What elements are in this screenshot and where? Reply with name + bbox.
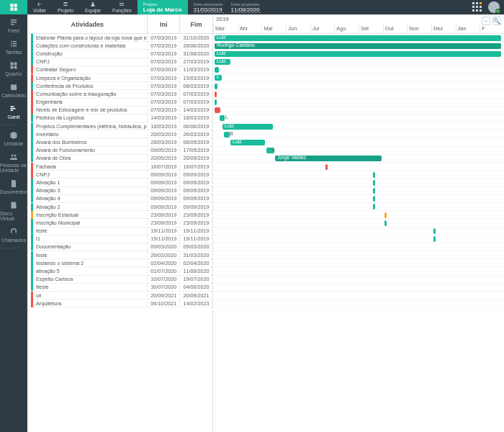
avatar[interactable] xyxy=(488,1,500,13)
gantt-bar[interactable] xyxy=(433,228,436,234)
table-row[interactable]: Inventário20/03/201926/03/2019 xyxy=(27,130,212,138)
gantt-bar[interactable] xyxy=(373,180,375,186)
gantt-bar[interactable]: B xyxy=(224,132,230,138)
activity-name: Inscrição Municipal xyxy=(36,220,80,226)
table-row[interactable]: testando o sistema 202/04/202002/04/2020 xyxy=(27,259,212,267)
gantt-bar[interactable] xyxy=(384,212,387,218)
gantt-bar[interactable]: L xyxy=(215,75,222,81)
sidebar-item-gantt[interactable]: Gantt xyxy=(0,101,27,122)
apps-menu-icon[interactable] xyxy=(472,2,482,12)
gantt-month: Jun xyxy=(286,24,310,33)
table-row[interactable]: teste26/03/202031/03/2020 xyxy=(27,251,212,259)
gantt-bar[interactable] xyxy=(325,164,328,170)
gantt-bar[interactable]: L xyxy=(220,115,225,121)
sidebar-item-docs[interactable]: Documentos xyxy=(0,176,27,197)
gantt-bar[interactable]: Luiz xyxy=(230,140,265,145)
gantt-month: Dez xyxy=(431,24,456,33)
table-row[interactable]: Limpeza e Organização07/03/201915/03/201… xyxy=(27,74,212,82)
sidebar-item-tickets[interactable]: Chamados xyxy=(0,224,27,246)
sidebar-item-label: Tarefas xyxy=(6,50,22,55)
table-row[interactable]: Projetos Complementares (elétrica, hidrá… xyxy=(27,122,212,130)
table-row[interactable]: ativação 501/07/202011/08/2020 xyxy=(27,267,212,275)
table-row[interactable]: Alvará de Obra20/05/201920/09/2019 xyxy=(27,155,212,163)
gantt-bar[interactable] xyxy=(384,220,387,226)
col-ini[interactable]: Ini xyxy=(148,15,180,33)
col-fim[interactable]: Fim xyxy=(180,15,212,33)
table-row[interactable]: tteste30/07/202004/08/2020 xyxy=(27,284,212,292)
gantt-controls: − 🔍 xyxy=(482,17,501,25)
gantt-bar[interactable] xyxy=(373,204,375,210)
col-activity[interactable]: Atividades xyxy=(27,15,148,33)
cell-ini: 02/04/2020 xyxy=(148,260,180,266)
gantt-bar[interactable]: Luiz xyxy=(215,51,501,57)
gantt-bar[interactable] xyxy=(215,84,217,89)
zoom-out-button[interactable]: − xyxy=(482,17,490,25)
table-row[interactable]: CNPJ09/09/201909/09/2019 xyxy=(27,171,212,179)
table-row[interactable]: Engenharia07/03/201907/03/2019 xyxy=(27,99,212,107)
roles-button[interactable]: Funções xyxy=(107,0,138,14)
table-row[interactable]: teste19/11/201919/11/2019 xyxy=(27,228,212,235)
sidebar-item-disk[interactable]: Disco Virtual xyxy=(0,197,27,224)
table-row[interactable]: Alvará dos Bombeiros28/03/201908/05/2019 xyxy=(27,138,212,146)
table-row[interactable]: Inscrição Estadual23/09/201923/09/2019 xyxy=(27,211,212,219)
team-button[interactable]: Equipe xyxy=(79,0,107,14)
gantt-body[interactable]: LuizRodrigo CaetanoLuizLuizLLLuizBLuizLJ… xyxy=(213,34,504,432)
table-row[interactable]: Pedidos da Logística14/03/201918/03/2019 xyxy=(27,114,212,122)
gantt-bar[interactable] xyxy=(373,196,375,202)
sidebar-item-tasks[interactable]: Tarefas xyxy=(0,36,27,58)
table-row[interactable]: Niveis de Estocagem e mix de produtos07/… xyxy=(27,107,212,114)
back-button[interactable]: Voltar xyxy=(27,0,52,14)
gantt-bar[interactable]: Luiz xyxy=(215,59,230,65)
zoom-in-button[interactable]: 🔍 xyxy=(492,17,501,25)
table-row[interactable]: Ativação 109/09/201909/09/2019 xyxy=(27,179,212,186)
table-row[interactable]: Ativação 209/09/201909/09/2019 xyxy=(27,203,212,211)
table-row[interactable]: Comunicação sobre a inauguração07/03/201… xyxy=(27,90,212,98)
table-row[interactable]: Ativação 409/09/201909/09/2019 xyxy=(27,195,212,203)
activity-name: Ativação 4 xyxy=(36,195,60,202)
project-badge[interactable]: Projeto: Loja de Marco xyxy=(138,0,188,14)
sidebar-item-unit[interactable]: Unidade xyxy=(0,127,27,149)
table-row[interactable]: t119/11/201919/11/2019 xyxy=(27,235,212,243)
table-row[interactable]: Inscrição Municipal23/09/201923/09/2019 xyxy=(27,219,212,227)
projected-date: Data projetada: 11/08/2020 xyxy=(231,2,261,13)
gantt-row xyxy=(213,107,504,114)
table-row[interactable]: Arquitetura06/10/202114/02/2023 xyxy=(27,300,212,307)
table-row[interactable]: Documentação09/03/202009/03/2020 xyxy=(27,243,212,251)
table-row[interactable]: Fachada16/07/201916/07/2019 xyxy=(27,163,212,171)
gantt-month: Jul xyxy=(310,24,335,33)
table-row[interactable]: Ativação 309/09/201909/09/2019 xyxy=(27,187,212,195)
gantt-bar[interactable] xyxy=(373,188,375,194)
sidebar-item-calendar[interactable]: Calendário xyxy=(0,79,27,101)
gantt-bar[interactable] xyxy=(215,107,220,113)
table-row[interactable]: Cotações com construtoras e materiais07/… xyxy=(27,42,212,50)
project-badge-name: Loja de Marco xyxy=(143,7,182,13)
gantt-bar[interactable]: Luiz xyxy=(222,124,273,130)
gantt-bar[interactable] xyxy=(433,236,436,242)
table-row[interactable]: Construção07/03/201931/08/2020 xyxy=(27,50,212,58)
gantt-bar[interactable]: Luiz xyxy=(215,35,501,41)
docs-icon xyxy=(9,179,19,188)
table-row[interactable]: Espetto Carioca10/07/202019/07/2020 xyxy=(27,276,212,284)
sidebar-item-people[interactable]: Pessoas da Unidade xyxy=(0,149,27,176)
gantt-row xyxy=(213,251,504,259)
gantt-bar[interactable] xyxy=(215,67,219,73)
table-row[interactable]: Alvará de Funcionamento09/05/201917/05/2… xyxy=(27,147,212,155)
gantt-bar[interactable]: Rodrigo Caetano xyxy=(215,43,501,49)
gantt-bar[interactable] xyxy=(215,91,217,97)
gantt-bar[interactable]: Jorge Valdez xyxy=(275,156,382,161)
calendar-icon xyxy=(9,83,19,91)
app-logo[interactable] xyxy=(0,0,27,14)
table-row[interactable]: Elaborar Planta para o layout da loja no… xyxy=(27,34,212,42)
table-row[interactable]: oii20/09/202120/09/2021 xyxy=(27,292,212,300)
table-row[interactable]: Contratar Seguro07/03/201911/03/2019 xyxy=(27,66,212,74)
gantt-bar[interactable] xyxy=(215,99,217,105)
project-button[interactable]: Projeto xyxy=(52,0,79,14)
cell-ini: 20/09/2021 xyxy=(148,292,180,299)
gantt-bar[interactable] xyxy=(373,172,375,178)
sidebar-item-feed[interactable]: Feed xyxy=(0,14,27,36)
activity-name: teste xyxy=(36,252,48,258)
table-row[interactable]: CNPJ07/03/201927/03/2019 xyxy=(27,58,212,66)
gantt-bar[interactable]: L xyxy=(266,148,274,153)
table-row[interactable]: Conferência de Produtos07/03/201908/03/2… xyxy=(27,82,212,90)
sidebar-item-board[interactable]: Quadro xyxy=(0,58,27,79)
